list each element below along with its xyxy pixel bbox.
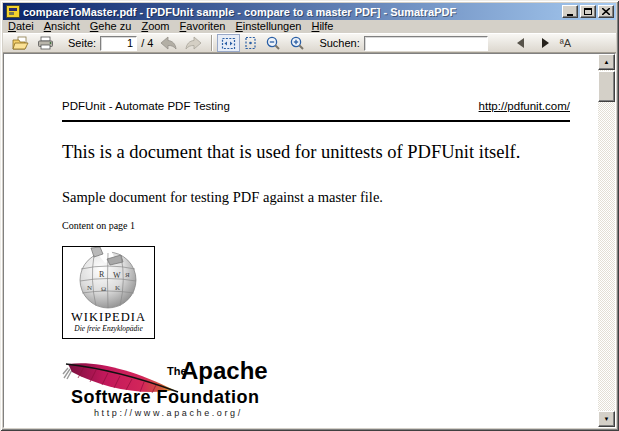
menu-zoom[interactable]: Zoom xyxy=(136,20,174,33)
pdf-header-rule xyxy=(62,120,570,122)
menu-datei[interactable]: Datei xyxy=(3,20,39,33)
svg-text:K: K xyxy=(115,284,120,292)
go-forward-button[interactable] xyxy=(181,34,207,52)
vertical-scrollbar[interactable]: ▲ ▼ xyxy=(598,54,615,427)
svg-text:W: W xyxy=(113,271,121,280)
back-arrow-icon xyxy=(159,36,177,50)
maximize-button[interactable] xyxy=(580,5,596,18)
wikipedia-logo: R W N Ω K Я WIKIPEDIA Die freie Enzyklop… xyxy=(62,246,155,339)
search-input[interactable] xyxy=(364,36,488,51)
apache-line2: Software Foundation xyxy=(71,387,260,408)
wikipedia-tagline: Die freie Enzyklopädie xyxy=(63,324,154,333)
print-button[interactable] xyxy=(33,34,58,52)
menu-einstellungen[interactable]: Einstellungen xyxy=(230,20,306,33)
pdf-header-title: PDFUnit - Automate PDF Testing xyxy=(62,100,230,112)
pdf-header-link[interactable]: http://pdfunit.com/ xyxy=(479,100,570,112)
scroll-up-button[interactable]: ▲ xyxy=(598,54,615,70)
pdf-note: Content on page 1 xyxy=(62,220,135,231)
minimize-button[interactable] xyxy=(562,5,578,18)
menu-gehe-zu[interactable]: Gehe zu xyxy=(85,20,137,33)
pdf-page: PDFUnit - Automate PDF Testing http://pd… xyxy=(4,54,598,427)
apache-logo: The Apache Software Foundation http://ww… xyxy=(62,356,312,424)
menu-hilfe[interactable]: Hilfe xyxy=(306,20,338,33)
fit-page-button[interactable] xyxy=(240,34,261,52)
svg-text:N: N xyxy=(87,284,92,292)
pdf-heading: This is a document that is used for unit… xyxy=(62,142,582,163)
pdf-page-header: PDFUnit - Automate PDF Testing http://pd… xyxy=(62,100,570,112)
wikipedia-title: WIKIPEDIA xyxy=(63,310,154,325)
svg-text:Я: Я xyxy=(125,271,130,279)
pdf-subheading: Sample document for testing PDF against … xyxy=(62,189,582,206)
apache-url: http://www.apache.org/ xyxy=(94,408,243,418)
open-button[interactable] xyxy=(8,34,33,52)
open-file-icon xyxy=(12,36,29,50)
app-icon xyxy=(6,5,20,18)
wikipedia-globe-icon: R W N Ω K Я xyxy=(63,247,154,309)
close-icon xyxy=(602,8,610,15)
sumatrapdf-window: compareToMaster.pdf - [PDFUnit sample - … xyxy=(0,0,619,431)
titlebar[interactable]: compareToMaster.pdf - [PDFUnit sample - … xyxy=(3,3,616,20)
search-label: Suchen: xyxy=(319,37,359,49)
close-button[interactable] xyxy=(598,5,614,18)
scroll-down-button[interactable]: ▼ xyxy=(598,411,615,427)
menu-favoriten[interactable]: Favoriten xyxy=(175,20,231,33)
svg-text:R: R xyxy=(99,270,105,279)
print-icon xyxy=(37,36,54,50)
page-number-input[interactable] xyxy=(100,36,137,51)
find-next-icon xyxy=(541,38,550,48)
window-title: compareToMaster.pdf - [PDFUnit sample - … xyxy=(23,6,560,18)
toolbar-separator xyxy=(211,35,213,51)
svg-text:Ω: Ω xyxy=(101,285,106,293)
scroll-down-icon: ▼ xyxy=(604,416,610,422)
zoom-in-icon xyxy=(289,36,305,51)
fit-width-button[interactable] xyxy=(217,34,240,52)
menubar: Datei Ansicht Gehe zu Zoom Favoriten Ein… xyxy=(3,20,616,33)
apache-name: Apache xyxy=(181,357,268,385)
scroll-up-icon: ▲ xyxy=(604,59,610,65)
match-case-icon[interactable]: ªA xyxy=(560,37,571,49)
document-area: PDFUnit - Automate PDF Testing http://pd… xyxy=(3,53,616,428)
scrollbar-thumb[interactable] xyxy=(598,71,615,102)
fit-page-icon xyxy=(244,36,257,50)
fit-width-icon xyxy=(221,37,236,50)
find-previous-button[interactable] xyxy=(512,34,529,52)
forward-arrow-icon xyxy=(185,36,203,50)
zoom-out-icon xyxy=(265,36,281,51)
go-back-button[interactable] xyxy=(155,34,181,52)
maximize-icon xyxy=(584,8,592,15)
page-label: Seite: xyxy=(68,37,96,49)
menu-ansicht[interactable]: Ansicht xyxy=(39,20,85,33)
find-next-button[interactable] xyxy=(537,34,554,52)
minimize-icon xyxy=(567,14,573,16)
page-count: / 4 xyxy=(141,37,153,49)
zoom-out-button[interactable] xyxy=(261,34,285,52)
toolbar: Seite: / 4 xyxy=(3,33,616,53)
find-previous-icon xyxy=(516,38,525,48)
zoom-in-button[interactable] xyxy=(285,34,309,52)
